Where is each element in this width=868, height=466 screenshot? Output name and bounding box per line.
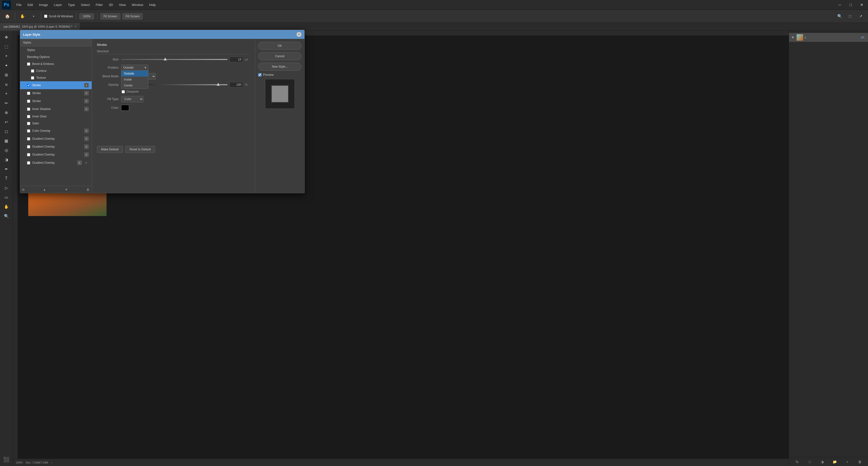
sidebar-item-gradient-overlay-4[interactable]: Gradient Overlay + ▾ [20, 159, 92, 167]
size-slider-track[interactable] [121, 59, 227, 60]
position-option-center[interactable]: Center [121, 83, 148, 88]
color-overlay-checkbox[interactable] [27, 129, 30, 132]
gradient-overlay2-checkbox[interactable] [27, 145, 30, 148]
crop-tool[interactable]: ⊞ [2, 70, 11, 79]
gradient-overlay2-plus-btn[interactable]: + [84, 145, 89, 149]
inner-shadow-checkbox[interactable] [27, 107, 30, 111]
sidebar-item-satin[interactable]: Satin [20, 120, 92, 127]
brush-tool[interactable]: ✏ [2, 99, 11, 107]
status-arrow[interactable]: › [51, 461, 52, 464]
window-maximize-btn[interactable]: □ [846, 0, 855, 9]
scroll-all-windows-checkbox-label[interactable]: Scroll All Windows [44, 14, 73, 18]
layer-mask-btn[interactable]: □ [806, 458, 813, 465]
home-btn[interactable]: 🏠 [3, 12, 12, 21]
fit-screen-btn[interactable]: Fit Screen [100, 13, 120, 20]
history-brush-tool[interactable]: ↩ [2, 118, 11, 126]
menu-view[interactable]: View [117, 2, 128, 8]
zoom-input[interactable]: 100% [79, 13, 94, 19]
position-selected[interactable]: Outside ▾ [121, 65, 148, 71]
position-option-outside[interactable]: Outside [121, 71, 148, 76]
pen-tool[interactable]: ✒ [2, 164, 11, 174]
sidebar-delete-btn[interactable]: 🗑 [86, 188, 90, 191]
gradient-overlay1-checkbox[interactable] [27, 137, 30, 141]
text-tool[interactable]: T [2, 174, 11, 183]
sidebar-fx-btn[interactable]: fx [22, 188, 25, 191]
position-dropdown[interactable]: Outside ▾ Outside Inside Center [121, 65, 148, 71]
workspace-btn[interactable]: □ [846, 12, 855, 21]
overprint-checkbox[interactable] [122, 90, 125, 93]
stroke3-checkbox[interactable] [27, 100, 30, 103]
magic-wand-tool[interactable]: ✦ [2, 61, 11, 70]
preview-checkbox[interactable] [258, 73, 261, 76]
foreground-color[interactable]: ⬛ [2, 455, 11, 464]
dodge-tool[interactable]: ◑ [2, 155, 11, 164]
make-default-btn[interactable]: Make Default [97, 146, 123, 153]
hand-tool[interactable]: ✋ [2, 202, 11, 211]
share-btn[interactable]: ↗ [856, 12, 865, 21]
eraser-tool[interactable]: ◻ [2, 127, 11, 136]
new-style-btn[interactable]: New Style... [258, 63, 302, 71]
zoom-tool[interactable]: 🔍 [2, 212, 11, 220]
reset-to-default-btn[interactable]: Reset to Default [125, 146, 155, 153]
menu-window[interactable]: Window [129, 2, 146, 8]
fill-type-select[interactable]: Color Gradient Pattern [121, 96, 144, 102]
clone-stamp-tool[interactable]: ⊕ [2, 108, 11, 117]
menu-help[interactable]: Help [147, 2, 158, 8]
menu-select[interactable]: Select [78, 2, 92, 8]
path-selection-tool[interactable]: ▷ [2, 183, 11, 192]
sidebar-item-color-overlay[interactable]: Color Overlay + [20, 127, 92, 135]
hand-dropdown-btn[interactable]: ▾ [29, 12, 38, 21]
eyedropper-tool[interactable]: ⊌ [2, 80, 11, 89]
hand-tool-btn[interactable]: ✋ [18, 12, 27, 21]
layer-adjustment-btn[interactable]: ◑ [819, 458, 826, 465]
menu-edit[interactable]: Edit [25, 2, 35, 8]
stroke-active-plus-btn[interactable]: + [84, 83, 89, 88]
layer-delete-btn[interactable]: 🗑 [856, 458, 863, 465]
dialog-close-btn[interactable]: × [297, 32, 302, 37]
sidebar-item-blending-options[interactable]: Blending Options [20, 54, 92, 60]
sidebar-item-gradient-overlay-1[interactable]: Gradient Overlay + [20, 135, 92, 143]
menu-file[interactable]: File [14, 2, 24, 8]
position-option-inside[interactable]: Inside [121, 76, 148, 83]
gradient-overlay3-checkbox[interactable] [27, 153, 30, 156]
gradient-overlay1-plus-btn[interactable]: + [84, 136, 89, 141]
menu-type[interactable]: Type [65, 2, 77, 8]
layer-group-btn[interactable]: 📁 [831, 458, 838, 465]
gradient-overlay4-plus-btn[interactable]: + [77, 160, 82, 165]
ok-btn[interactable]: OK [258, 42, 302, 50]
doc-tab-close[interactable]: ✕ [74, 25, 76, 28]
layer-visibility-eye[interactable]: 👁 [791, 35, 795, 39]
color-swatch[interactable] [121, 105, 129, 111]
inner-shadow-plus-btn[interactable]: + [84, 107, 89, 111]
sidebar-item-bevel-emboss[interactable]: Bevel & Emboss [20, 60, 92, 67]
sidebar-move-up-btn[interactable]: ▲ [43, 188, 46, 191]
sidebar-item-stroke-active[interactable]: Stroke + [20, 81, 92, 89]
sidebar-item-stroke3[interactable]: Stroke + [20, 97, 92, 105]
size-input[interactable] [229, 57, 243, 62]
menu-filter[interactable]: Filter [93, 2, 105, 8]
blur-tool[interactable]: ◎ [2, 146, 11, 155]
sidebar-item-gradient-overlay-2[interactable]: Gradient Overlay + [20, 143, 92, 151]
lasso-tool[interactable]: ⌖ [2, 52, 11, 60]
satin-checkbox[interactable] [27, 122, 30, 125]
healing-tool[interactable]: ⌖ [2, 89, 11, 98]
stroke2-plus-btn[interactable]: + [84, 91, 89, 95]
layer-fx-btn[interactable]: fx [794, 458, 801, 465]
stroke-active-checkbox[interactable] [27, 84, 30, 87]
dialog-title-bar[interactable]: Layer Style × [20, 30, 305, 39]
sidebar-item-texture[interactable]: Texture [20, 74, 92, 81]
contour-checkbox[interactable] [31, 69, 34, 72]
sidebar-item-styles[interactable]: Styles [20, 46, 92, 54]
gradient-overlay4-checkbox[interactable] [27, 161, 30, 164]
sidebar-scroll-down-btn[interactable]: ▾ [84, 160, 89, 165]
opacity-input[interactable] [229, 82, 243, 88]
inner-glow-checkbox[interactable] [27, 115, 30, 118]
sidebar-item-inner-glow[interactable]: Inner Glow [20, 113, 92, 120]
search-btn[interactable]: 🔍 [835, 12, 844, 21]
sidebar-item-gradient-overlay-3[interactable]: Gradient Overlay + [20, 151, 92, 159]
doc-tab-active[interactable]: cat-2068462_1920.jpg @ 100% (Layer 0, RG… [0, 23, 80, 31]
select-tool[interactable]: ⬚ [2, 42, 11, 51]
sidebar-move-down-btn[interactable]: ▼ [64, 188, 68, 191]
window-minimize-btn[interactable]: ─ [835, 0, 844, 9]
color-overlay-plus-btn[interactable]: + [84, 129, 89, 133]
